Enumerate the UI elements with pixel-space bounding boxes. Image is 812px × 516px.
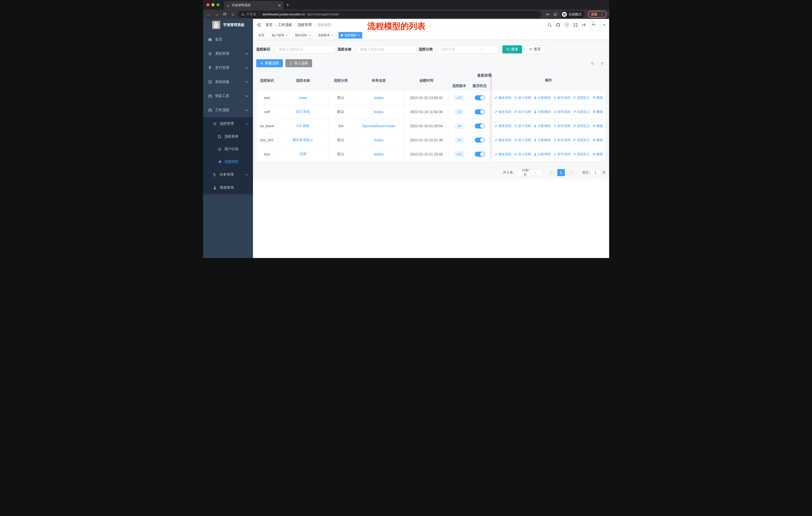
address-bar[interactable]: 不安全 dashboard.yudao.iocoder.cn/bpm/manag…: [238, 11, 542, 18]
edit-action-link[interactable]: 修改流程: [494, 152, 512, 157]
activation-toggle[interactable]: [475, 95, 485, 100]
assign-rule-action-link[interactable]: 分配规则: [533, 138, 551, 142]
browser-tab[interactable]: 芋道管理系统 ✕: [224, 1, 283, 9]
edit-action-link[interactable]: 修改流程: [494, 110, 512, 114]
process-name-link[interactable]: eeee: [299, 96, 307, 100]
prev-page-button[interactable]: [547, 169, 555, 176]
definition-action-link[interactable]: 流程定义: [573, 96, 590, 100]
publish-action-link[interactable]: 发布流程: [553, 152, 570, 157]
new-tab-button[interactable]: +: [286, 2, 289, 8]
key-icon[interactable]: [546, 12, 550, 17]
tag-close-icon[interactable]: ×: [286, 33, 287, 37]
definition-action-link[interactable]: 流程定义: [573, 110, 590, 114]
breadcrumb-item[interactable]: 流程管理: [297, 23, 312, 27]
process-name-input[interactable]: [357, 45, 417, 53]
help-icon[interactable]: ?: [564, 23, 569, 27]
sidebar-item-process-form[interactable]: 流程表单: [203, 130, 253, 143]
delete-action-link[interactable]: 删除: [592, 96, 603, 100]
tab-close-icon[interactable]: ✕: [278, 3, 281, 7]
definition-action-link[interactable]: 流程定义: [573, 138, 590, 142]
forward-icon[interactable]: →: [214, 12, 220, 17]
design-action-link[interactable]: 设计流程: [514, 138, 531, 142]
sidebar-item-process-model[interactable]: 流程模型: [203, 156, 253, 168]
tag-my-process[interactable]: 我的流程×: [293, 32, 313, 38]
refresh-table-button[interactable]: [599, 60, 606, 67]
edit-action-link[interactable]: 修改流程: [494, 138, 512, 142]
edit-action-link[interactable]: 修改流程: [494, 96, 512, 100]
design-action-link[interactable]: 设计流程: [514, 110, 531, 114]
design-action-link[interactable]: 设计流程: [514, 96, 531, 100]
process-name-link[interactable]: OA 请假: [296, 124, 309, 128]
search-icon[interactable]: [547, 23, 552, 27]
home-icon[interactable]: ⌂: [230, 12, 236, 17]
definition-action-link[interactable]: 流程定义: [573, 152, 590, 157]
create-process-button[interactable]: 新建流程: [256, 59, 283, 67]
assign-rule-action-link[interactable]: 分配规则: [533, 124, 551, 128]
close-window-button[interactable]: [206, 3, 209, 6]
sidebar-item-leave-query[interactable]: 请假查询: [203, 181, 253, 194]
sidebar-item-infrastructure[interactable]: 基础设施: [203, 75, 253, 89]
bookmark-star-icon[interactable]: [553, 12, 557, 17]
activation-toggle[interactable]: [475, 152, 485, 157]
form-info-link[interactable]: biubiu: [374, 110, 383, 114]
delete-action-link[interactable]: 删除: [592, 152, 603, 157]
back-icon[interactable]: ←: [206, 12, 212, 17]
edit-action-link[interactable]: 修改流程: [494, 124, 512, 128]
process-key-input[interactable]: [276, 45, 336, 53]
tag-close-icon[interactable]: ×: [331, 33, 333, 37]
process-category-select[interactable]: 流程分类: [438, 45, 498, 53]
import-process-button[interactable]: 导入流程: [285, 59, 312, 67]
tag-close-icon[interactable]: ×: [309, 33, 310, 37]
assign-rule-action-link[interactable]: 分配规则: [533, 96, 551, 100]
tag-process-model[interactable]: 流程模型×: [339, 32, 362, 38]
browser-menu-icon[interactable]: ⋮: [600, 12, 604, 16]
tag-home[interactable]: 首页: [256, 32, 267, 38]
window-controls[interactable]: [206, 3, 220, 6]
publish-action-link[interactable]: 发布流程: [553, 96, 570, 100]
publish-action-link[interactable]: 发布流程: [553, 124, 570, 128]
maximize-window-button[interactable]: [216, 3, 220, 6]
form-info-link[interactable]: biubiu: [374, 152, 383, 156]
process-name-link[interactable]: 自己审批: [296, 110, 310, 114]
assign-rule-action-link[interactable]: 分配规则: [533, 152, 551, 157]
sidebar-item-process-mgmt[interactable]: 流程管理: [203, 117, 253, 130]
avatar[interactable]: [590, 20, 600, 30]
goto-page-input[interactable]: [590, 169, 601, 176]
fullscreen-icon[interactable]: [573, 23, 578, 27]
publish-action-link[interactable]: 发布流程: [553, 138, 570, 142]
activation-toggle[interactable]: [475, 109, 485, 114]
sidebar-item-dev-tools[interactable]: 研发工具: [203, 89, 253, 103]
activation-toggle[interactable]: [475, 138, 485, 143]
tag-close-icon[interactable]: ×: [358, 33, 360, 37]
publish-action-link[interactable]: 发布流程: [553, 110, 570, 114]
breadcrumb-item[interactable]: 工作流程: [278, 23, 292, 27]
sidebar-item-user-group[interactable]: 用户分组: [203, 143, 253, 156]
sidebar-item-system-mgmt[interactable]: 系统管理: [203, 47, 253, 61]
search-button[interactable]: 搜索: [502, 45, 522, 53]
delete-action-link[interactable]: 删除: [592, 110, 603, 114]
process-name-link[interactable]: 滔博: [299, 152, 307, 157]
collapse-sidebar-icon[interactable]: [257, 23, 261, 27]
next-page-button[interactable]: [567, 169, 575, 176]
browser-update-button[interactable]: 更新 ⋮: [588, 11, 607, 18]
delete-action-link[interactable]: 删除: [592, 124, 603, 128]
delete-action-link[interactable]: 删除: [592, 138, 603, 142]
sidebar-item-home[interactable]: 首页: [203, 32, 253, 47]
assign-rule-action-link[interactable]: 分配规则: [533, 110, 551, 114]
current-page-button[interactable]: 1: [557, 169, 565, 176]
toggle-search-button[interactable]: [589, 60, 596, 67]
avatar-caret-icon[interactable]: ▼: [603, 24, 606, 26]
process-name-link[interactable]: 测试多审批人: [292, 138, 314, 142]
design-action-link[interactable]: 设计流程: [514, 152, 531, 157]
breadcrumb-item[interactable]: 首页: [265, 23, 272, 27]
form-info-link[interactable]: /bpm/oa/leave/create: [362, 124, 395, 128]
minimize-window-button[interactable]: [211, 3, 214, 6]
reload-icon[interactable]: ⟳: [222, 11, 228, 17]
tag-process-form[interactable]: 流程表单×: [316, 32, 336, 38]
sidebar-item-workflow[interactable]: 工作流程: [203, 103, 253, 117]
sidebar-item-payment-mgmt[interactable]: ¥支付管理: [203, 61, 253, 75]
activation-toggle[interactable]: [475, 124, 485, 129]
sidebar-item-task-mgmt[interactable]: 任务管理: [203, 168, 253, 181]
github-icon[interactable]: [556, 23, 560, 27]
page-size-select[interactable]: 10条/页: [517, 169, 543, 176]
